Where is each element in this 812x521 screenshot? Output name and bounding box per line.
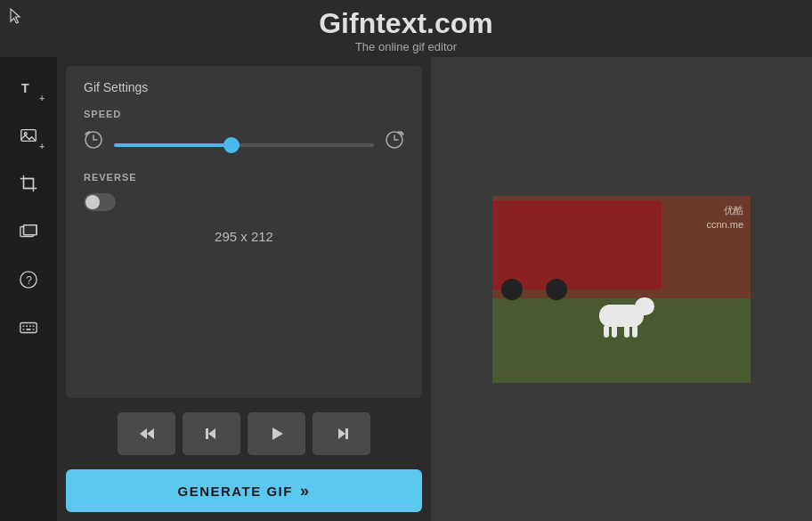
prev-frame-button[interactable] (183, 412, 240, 455)
gif-inner: 优酷 ccnn.me (492, 196, 751, 383)
app-title: Gifntext.com (0, 7, 812, 40)
svg-marker-19 (140, 428, 147, 439)
sidebar-item-help[interactable]: ? (7, 258, 50, 301)
add-text-plus: + (39, 94, 45, 103)
panel-area: Gif Settings SPEED (57, 57, 431, 521)
fast-speed-icon (385, 130, 404, 154)
rewind-button[interactable] (118, 412, 175, 455)
dog-shape (599, 305, 644, 327)
dimensions-label: 295 x 212 (84, 229, 404, 244)
svg-rect-9 (20, 323, 37, 333)
watermark-line2: ccnn.me (706, 217, 743, 232)
dog-leg-1 (604, 325, 609, 338)
svg-rect-5 (24, 225, 37, 235)
dog-leg-3 (624, 325, 629, 338)
watermark-line1: 优酷 (706, 203, 743, 218)
toggle-wrap (84, 193, 404, 211)
svg-marker-23 (272, 427, 283, 440)
truck-shape (492, 200, 662, 289)
svg-text:T: T (21, 81, 29, 95)
reverse-toggle[interactable] (84, 193, 116, 211)
svg-marker-21 (208, 428, 215, 439)
watermark: 优酷 ccnn.me (706, 203, 743, 232)
sidebar-item-add-text[interactable]: T + (7, 66, 50, 109)
next-frame-button[interactable] (313, 412, 370, 455)
preview-area: 优酷 ccnn.me (431, 57, 812, 521)
speed-slider[interactable] (114, 143, 374, 147)
header: Gifntext.com The online gif editor (0, 0, 812, 57)
reverse-label: REVERSE (84, 172, 404, 183)
speed-slider-wrap (114, 134, 374, 151)
gif-settings-box: Gif Settings SPEED (66, 66, 422, 398)
speed-row (84, 130, 404, 154)
svg-point-2 (24, 133, 27, 135)
svg-marker-24 (338, 428, 345, 439)
dog-leg-2 (612, 325, 617, 338)
slow-speed-icon (84, 130, 103, 154)
sidebar-item-crop[interactable] (7, 162, 50, 205)
add-image-plus: + (39, 142, 45, 151)
truck-wheel-1 (501, 279, 523, 300)
toggle-knob (85, 195, 100, 209)
svg-text:?: ? (26, 274, 32, 287)
playback-bar (66, 407, 422, 460)
reverse-section: REVERSE (84, 172, 404, 211)
truck-wheel-2 (546, 279, 567, 300)
dog-leg-4 (632, 325, 637, 338)
sidebar: T + + (0, 57, 57, 521)
sidebar-item-frames[interactable] (7, 210, 50, 253)
gif-settings-title: Gif Settings (84, 80, 404, 94)
speed-label: SPEED (84, 109, 404, 119)
app-subtitle: The online gif editor (0, 40, 812, 53)
sidebar-item-keyboard[interactable] (7, 306, 50, 349)
gif-preview: 优酷 ccnn.me (492, 196, 751, 383)
main-layout: T + + (0, 57, 812, 521)
dog-head (635, 297, 654, 315)
play-button[interactable] (248, 412, 305, 455)
generate-chevrons: » (300, 482, 311, 501)
svg-rect-22 (206, 428, 208, 439)
svg-rect-3 (24, 179, 34, 189)
generate-gif-label: GENERATE GIF (178, 484, 293, 499)
svg-marker-20 (147, 428, 154, 439)
dog-body (599, 305, 644, 327)
generate-gif-button[interactable]: GENERATE GIF » (66, 469, 422, 512)
svg-rect-25 (345, 428, 348, 439)
sidebar-item-add-image[interactable]: + (7, 114, 50, 157)
